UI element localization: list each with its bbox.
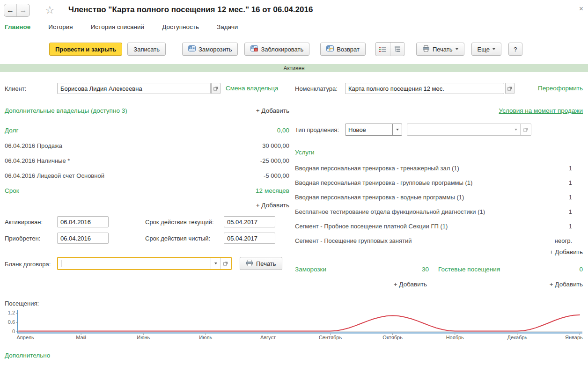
tab-istoriya[interactable]: История (48, 23, 73, 30)
nav-history-group: ← → (4, 4, 30, 17)
chevron-down-icon (492, 48, 495, 50)
add-owner-link[interactable]: + Добавить (256, 107, 289, 114)
refund-button[interactable]: Возврат (320, 43, 366, 56)
nomenclature-chooser-button[interactable] (505, 83, 514, 94)
refund-label: Возврат (337, 46, 360, 53)
contract-print-label: Печать (256, 260, 276, 267)
contract-chooser-button[interactable] (220, 258, 231, 269)
renewal-extra-chooser-button[interactable] (520, 124, 531, 135)
visits-chart: Посещения: 00.61.2АпрельМайИюньИюльАвгус… (0, 300, 588, 349)
client-label: Клиент: (5, 85, 26, 92)
renewal-type-value: Новое (345, 126, 366, 133)
service-qty: 1 (569, 223, 572, 230)
print-menu-button[interactable]: Печать (416, 43, 464, 56)
renewal-extra-dropdown-button[interactable] (511, 124, 520, 135)
freezes-header[interactable]: Заморозки (295, 266, 326, 273)
renewal-extra-combobox[interactable] (407, 124, 531, 136)
debt-row-text: 06.04.2016 Наличные * (5, 157, 70, 164)
membership-window: ← → ☆ Членство "Карта полного посещения … (0, 0, 588, 365)
chart-month-label: Ноябрь (446, 335, 464, 340)
tab-dostupnost[interactable]: Доступность (162, 23, 199, 30)
debt-row: 06.04.2016 Наличные * -25 000,00 (5, 154, 289, 167)
nomenclature-label: Номенклатура: (295, 85, 338, 92)
chart-month-label: Декабрь (507, 335, 527, 340)
tab-bar: Главное История История списаний Доступн… (5, 23, 256, 30)
valid-current-date-input[interactable] (224, 216, 275, 227)
open-link-icon (523, 127, 528, 132)
chart-month-label: Апрель (17, 335, 34, 340)
renewal-type-combobox[interactable]: Новое (345, 124, 402, 136)
nomenclature-input[interactable] (345, 83, 504, 94)
chevron-down-icon (214, 263, 217, 264)
status-bar: Активен (0, 64, 588, 72)
tab-istoriya-spisaniy[interactable]: История списаний (91, 23, 145, 30)
guest-visits-value: 0 (579, 266, 583, 273)
activated-date-input[interactable] (57, 216, 109, 227)
renewal-dropdown-button[interactable] (392, 124, 402, 135)
valid-net-label: Срок действия чистый: (145, 235, 210, 242)
chart-month-label: Январь (565, 335, 583, 340)
chart-month-label: Сентябрь (319, 335, 342, 340)
debt-row-amount: -5 000,00 (264, 172, 289, 179)
block-button[interactable]: Заблокировать (244, 43, 309, 56)
service-qty: 1 (569, 179, 572, 186)
debt-row-amount: -25 000,00 (260, 157, 289, 164)
service-name: Сегмент - Пробное посещение платной Секц… (295, 223, 448, 230)
guest-visits-header[interactable]: Гостевые посещения (438, 266, 500, 273)
services-header[interactable]: Услуги (295, 149, 315, 156)
contract-form-label: Бланк договора: (5, 261, 51, 268)
back-arrow-icon: ← (7, 6, 14, 15)
contract-form-combobox[interactable] (57, 257, 232, 270)
subordination-structure-icon[interactable] (390, 43, 404, 56)
add-guest-visit-link[interactable]: + Добавить (550, 281, 583, 288)
client-chooser-button[interactable] (211, 83, 220, 94)
favorite-star-icon[interactable]: ☆ (45, 4, 55, 16)
additional-owners-header[interactable]: Дополнительные владельцы (доступно 3) (5, 107, 127, 114)
purchased-date-input[interactable] (57, 233, 109, 244)
block-card-icon (250, 45, 258, 53)
reissue-link[interactable]: Переоформить (538, 85, 583, 92)
purchased-label: Приобретен: (5, 235, 40, 242)
chart-month-label: Июнь (137, 335, 150, 340)
debt-header[interactable]: Долг (5, 127, 18, 134)
document-movements-icon[interactable] (376, 43, 390, 56)
term-value: 12 месяцев (256, 187, 289, 194)
additional-section-link[interactable]: Дополнительно (5, 352, 50, 359)
tab-zadachi[interactable]: Задачи (217, 23, 238, 30)
open-link-icon (223, 261, 228, 266)
service-row: Вводная персональная тренировка - тренаж… (295, 161, 572, 175)
help-label: ? (514, 46, 517, 53)
help-button[interactable]: ? (508, 43, 522, 56)
add-freeze-link[interactable]: + Добавить (394, 281, 427, 288)
contract-dropdown-button[interactable] (211, 258, 220, 269)
activated-label: Активирован: (5, 219, 43, 226)
refund-card-icon (326, 45, 334, 53)
service-name: Вводная персональная тренировка - группо… (295, 179, 472, 186)
add-term-link[interactable]: + Добавить (256, 202, 289, 209)
service-row: Сегмент - Пробное посещение платной Секц… (295, 219, 572, 234)
contract-print-button[interactable]: Печать (240, 257, 282, 270)
tab-glavnoe[interactable]: Главное (5, 23, 30, 30)
valid-net-date-input[interactable] (224, 233, 275, 244)
forward-arrow-button[interactable]: → (17, 4, 29, 16)
chart-month-label: Май (76, 335, 86, 340)
post-and-close-label: Провести и закрыть (55, 46, 116, 53)
back-arrow-button[interactable]: ← (4, 4, 17, 16)
service-name: Вводная персональная тренировка - тренаж… (295, 165, 459, 172)
close-icon[interactable]: × (579, 6, 583, 12)
save-button[interactable]: Записать (127, 43, 166, 56)
chart-title: Посещения: (5, 300, 39, 307)
term-header[interactable]: Срок (5, 187, 19, 194)
sale-conditions-link[interactable]: Условия на момент продажи (499, 107, 583, 114)
chart-ytick-label: 0 (1, 328, 15, 334)
page-title: Членство "Карта полного посещения 12 мес… (68, 5, 313, 15)
printer-icon (246, 260, 253, 268)
document-links-group (375, 42, 404, 56)
freeze-button[interactable]: Заморозить (182, 43, 238, 56)
client-input[interactable] (57, 83, 211, 94)
add-service-link[interactable]: + Добавить (550, 248, 583, 256)
change-owner-link[interactable]: Смена владельца (226, 85, 279, 92)
freeze-label: Заморозить (198, 46, 232, 53)
post-and-close-button[interactable]: Провести и закрыть (49, 43, 122, 56)
more-button[interactable]: Еще (471, 43, 501, 56)
